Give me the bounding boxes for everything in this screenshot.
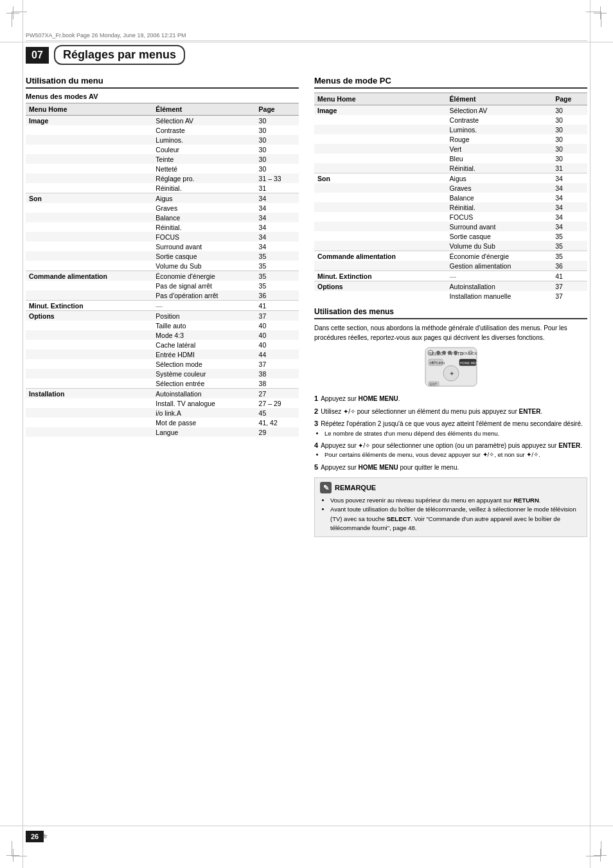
cell-element: Mot de passe	[152, 418, 255, 427]
cell-element: Rouge	[447, 134, 553, 144]
cell-menu-home	[26, 398, 152, 408]
v-line-right	[590, 0, 591, 868]
step-number: 4	[314, 441, 318, 449]
crosshair-bl	[6, 849, 19, 862]
remarque-title: REMARQUE	[335, 483, 376, 493]
cell-page: 34	[256, 242, 299, 251]
cell-menu-home	[26, 281, 152, 290]
cell-page: 34	[552, 222, 587, 231]
table-row: Mot de passe41, 42	[26, 418, 299, 427]
table-row: Contraste30	[26, 125, 299, 135]
chapter-box: 07 Réglages par menus	[26, 45, 185, 65]
cell-menu-home: Options	[314, 281, 447, 292]
usage-step: 2Utilisez ✦/✧ pour sélectionner un éléme…	[314, 406, 587, 417]
table-row: OptionsAutoinstallation37	[314, 281, 587, 292]
cell-menu-home	[314, 154, 447, 163]
table-row: Réinitial.34	[314, 202, 587, 212]
cell-element: Autoinstallation	[447, 281, 553, 292]
lang-label: fr	[44, 833, 48, 840]
cell-page: 34	[552, 202, 587, 212]
step-sub-item: Pour certains éléments de menu, vous dev…	[324, 450, 587, 459]
table-row: Entrée HDMI44	[26, 350, 299, 359]
cell-page: 30	[552, 105, 587, 116]
pc-col-menu-home: Menu Home	[314, 93, 447, 105]
cell-menu-home	[314, 125, 447, 134]
table-row: ImageSélection AV30	[26, 116, 299, 126]
remarque-header: ✎ REMARQUE	[320, 482, 582, 493]
cell-element: —	[152, 301, 255, 311]
cell-menu-home	[26, 125, 152, 135]
cell-page: 35	[256, 271, 299, 281]
cell-element: —	[447, 271, 553, 281]
step-bold: HOME MENU	[359, 464, 398, 471]
cell-menu-home: Options	[26, 311, 152, 321]
cell-menu-home	[26, 408, 152, 418]
cell-page: 38	[256, 378, 299, 389]
cell-page: 35	[256, 281, 299, 290]
remarque-bold: SELECT	[387, 515, 411, 522]
table-row: Gestion alimentation36	[314, 261, 587, 271]
cell-element: Économie d'énergie	[447, 251, 553, 261]
cell-element: Volume du Sub	[447, 241, 553, 251]
cell-menu-home	[26, 203, 152, 213]
cell-menu-home: Image	[314, 105, 447, 116]
cell-menu-home	[26, 251, 152, 261]
table-row: Installation manuelle37	[314, 291, 587, 301]
cell-element: Luminos.	[152, 135, 255, 145]
step-number: 5	[314, 463, 318, 471]
cell-menu-home	[26, 232, 152, 242]
cell-page: 34	[256, 222, 299, 232]
cell-menu-home: Commande alimentation	[314, 251, 447, 261]
cell-page: 30	[552, 125, 587, 134]
cell-menu-home	[26, 350, 152, 359]
svg-text:SELECT TV STD: SELECT TV STD	[429, 351, 463, 356]
cell-page: 30	[256, 135, 299, 145]
cell-page: 35	[552, 241, 587, 251]
table-row: Cache latéral40	[26, 340, 299, 350]
col-page: Page	[256, 103, 299, 116]
cell-element: Teinte	[152, 154, 255, 164]
cell-menu-home	[314, 261, 447, 271]
step-bold: ENTER	[519, 408, 541, 415]
cell-page: 31	[256, 183, 299, 193]
cell-page: 34	[552, 193, 587, 202]
cell-menu-home	[26, 261, 152, 271]
table-row: Graves34	[314, 183, 587, 193]
table-row: Luminos.30	[314, 125, 587, 134]
cell-element: Sélection AV	[152, 116, 255, 126]
cell-page: 30	[256, 145, 299, 154]
table-row: Rouge30	[314, 134, 587, 144]
remote-svg: SELECT TV STD SOURCE RETURN ↩ HOME MENU	[406, 346, 496, 388]
cell-element: Installation manuelle	[447, 291, 553, 301]
cell-page: 40	[256, 330, 299, 340]
cell-element: Balance	[447, 193, 553, 202]
table-row: Volume du Sub35	[26, 261, 299, 271]
cell-page: 27	[256, 389, 299, 399]
cell-element: Install. TV analogue	[152, 398, 255, 408]
table-row: Réinitial.31	[314, 163, 587, 173]
usage-description: Dans cette section, nous abordons la mét…	[314, 323, 587, 342]
cell-page: 30	[256, 164, 299, 173]
remarque-item: Avant toute utilisation du boîtier de té…	[330, 505, 582, 533]
cell-element: Position	[152, 311, 255, 321]
cell-element: Réglage pro.	[152, 173, 255, 183]
table-row: Sortie casque35	[314, 231, 587, 241]
cell-menu-home	[314, 202, 447, 212]
cell-page: 30	[552, 144, 587, 154]
step-number: 3	[314, 420, 318, 427]
left-section-title: Utilisation du menu	[26, 76, 299, 89]
cell-page: 41	[256, 301, 299, 311]
pc-col-page: Page	[552, 93, 587, 105]
table-row: Contraste30	[314, 115, 587, 125]
cell-element: Pas d'opération arrêt	[152, 290, 255, 301]
chapter-title: Réglages par menus	[54, 45, 185, 65]
cell-element: Aigus	[152, 193, 255, 204]
cell-element: Sélection entrée	[152, 378, 255, 389]
cell-page: 35	[256, 251, 299, 261]
table-row: Minut. Extinction—41	[314, 271, 587, 281]
table-row: Minut. Extinction—41	[26, 301, 299, 311]
cell-menu-home	[26, 290, 152, 301]
table-row: Sélection entrée38	[26, 378, 299, 389]
cell-element: Netteté	[152, 164, 255, 173]
page-number: 26	[26, 831, 44, 842]
